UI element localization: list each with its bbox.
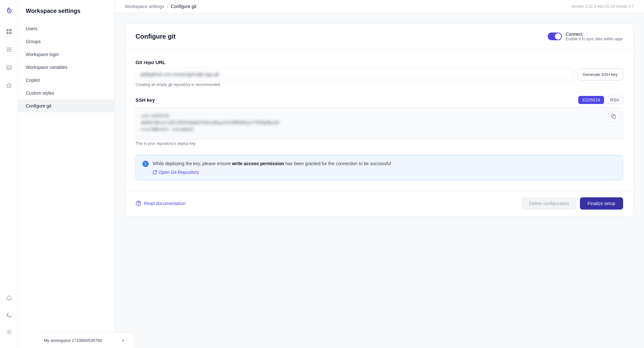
open-git-repository-link[interactable]: Open Git Repository xyxy=(153,170,616,175)
workspace-chevron-icon: ▼ xyxy=(121,338,125,343)
card-header: Configure git Connect Enable it to sync … xyxy=(125,24,633,49)
svg-point-8 xyxy=(7,65,11,67)
breadcrumb-chevron-icon: › xyxy=(167,4,168,9)
sidebar-item-workspace-login[interactable]: Workspace login xyxy=(18,48,114,61)
icon-bar-top xyxy=(3,26,15,286)
database-icon-btn[interactable] xyxy=(3,62,15,73)
git-repo-label: Git repo URL xyxy=(136,60,623,65)
svg-rect-10 xyxy=(613,116,616,118)
sidebar: Workspace settings Users Groups Workspac… xyxy=(18,0,115,348)
list-icon-btn[interactable] xyxy=(3,44,15,55)
ssh-key-value: ssh-ed25519AAAAC3NzaC1ZDI1NTE5AAAAIFKAzw… xyxy=(141,113,279,132)
svg-rect-7 xyxy=(6,51,12,52)
sidebar-title: Workspace settings xyxy=(18,8,114,22)
sidebar-item-users[interactable]: Users xyxy=(18,22,114,35)
read-docs-label: Read documentation xyxy=(144,201,185,206)
plugin-icon-btn[interactable] xyxy=(3,80,15,91)
breadcrumb: Workspace settings › Configure git xyxy=(125,4,196,9)
configure-git-card: Configure git Connect Enable it to sync … xyxy=(125,24,634,216)
svg-point-12 xyxy=(138,205,139,206)
connect-label-group: Connect Enable it to sync data within ap… xyxy=(566,32,623,41)
version-text: Version 2.32.5-ee2.15.16-cloud2.3.7 xyxy=(572,4,634,9)
icon-bar-bottom xyxy=(3,293,15,343)
main-header: Workspace settings › Configure git Versi… xyxy=(115,0,644,13)
toggle-thumb xyxy=(555,33,561,40)
sidebar-item-groups[interactable]: Groups xyxy=(18,35,114,48)
svg-point-9 xyxy=(8,331,10,333)
moon-icon-btn[interactable] xyxy=(3,309,15,321)
svg-rect-1 xyxy=(6,29,9,31)
delete-configuration-button[interactable]: Delete configuration xyxy=(522,197,576,210)
info-box: i While deploying the key, please ensure… xyxy=(136,155,623,180)
rsa-pill[interactable]: RSA xyxy=(606,96,623,104)
bell-icon-btn[interactable] xyxy=(3,293,15,304)
git-repo-hint: Creating an empty git repository is reco… xyxy=(136,82,623,87)
gear-icon-btn[interactable] xyxy=(3,326,15,338)
sidebar-item-configure-git[interactable]: Configure git xyxy=(18,99,114,112)
card-footer: Read documentation Delete configuration … xyxy=(125,191,633,216)
workspace-footer[interactable]: My workspace 1710850539760 ▼ xyxy=(36,333,133,348)
ssh-key-section: SSH key ED25519 RSA ssh-ed25519AAAAC3Nza… xyxy=(136,96,623,146)
logo-icon[interactable] xyxy=(3,5,15,17)
svg-rect-3 xyxy=(6,32,9,34)
ssh-key-hint: This is your repository's deploy key xyxy=(136,141,623,146)
svg-rect-6 xyxy=(6,49,12,50)
info-row: i While deploying the key, please ensure… xyxy=(142,160,616,167)
git-repo-input-row: Generate SSH key xyxy=(136,68,623,80)
info-text: While deploying the key, please ensure w… xyxy=(153,160,391,167)
svg-point-0 xyxy=(9,10,10,12)
svg-rect-5 xyxy=(6,48,12,48)
connect-label: Connect xyxy=(566,32,623,37)
ed25519-pill[interactable]: ED25519 xyxy=(578,96,604,104)
breadcrumb-current: Configure git xyxy=(171,4,196,9)
svg-rect-2 xyxy=(9,29,12,31)
content-area: Configure git Connect Enable it to sync … xyxy=(115,13,644,348)
connect-toggle[interactable] xyxy=(548,33,562,40)
git-repo-section: Git repo URL Generate SSH key Creating a… xyxy=(136,60,623,87)
svg-rect-4 xyxy=(9,32,12,34)
copy-ssh-key-button[interactable] xyxy=(609,111,619,122)
connect-area: Connect Enable it to sync data within ap… xyxy=(548,32,623,41)
connect-sublabel: Enable it to sync data within apps xyxy=(566,37,623,41)
ssh-key-label: SSH key xyxy=(136,97,155,103)
footer-actions: Delete configuration Finalize setup xyxy=(522,197,623,210)
breadcrumb-parent[interactable]: Workspace settings xyxy=(125,4,164,9)
sidebar-item-custom-styles[interactable]: Custom styles xyxy=(18,87,114,99)
card-title: Configure git xyxy=(136,33,175,40)
workspace-name: My workspace 1710850539760 xyxy=(44,338,102,343)
ssh-key-header: SSH key ED25519 RSA xyxy=(136,96,623,104)
ssh-key-box: ssh-ed25519AAAAC3NzaC1ZDI1NTE5AAAAIFKAzw… xyxy=(136,107,623,139)
card-body: Git repo URL Generate SSH key Creating a… xyxy=(125,49,633,191)
git-repo-input[interactable] xyxy=(136,68,573,80)
apps-icon-btn[interactable] xyxy=(3,26,15,37)
sidebar-item-workspace-variables[interactable]: Workspace variables xyxy=(18,61,114,74)
icon-bar xyxy=(0,0,18,348)
key-type-pills: ED25519 RSA xyxy=(578,96,623,104)
main-content: Workspace settings › Configure git Versi… xyxy=(115,0,644,348)
sidebar-item-copilot[interactable]: Copilot xyxy=(18,74,114,87)
info-icon: i xyxy=(142,161,149,167)
read-documentation-button[interactable]: Read documentation xyxy=(136,201,185,206)
finalize-setup-button[interactable]: Finalize setup xyxy=(580,197,623,210)
generate-ssh-key-button[interactable]: Generate SSH key xyxy=(577,69,623,80)
